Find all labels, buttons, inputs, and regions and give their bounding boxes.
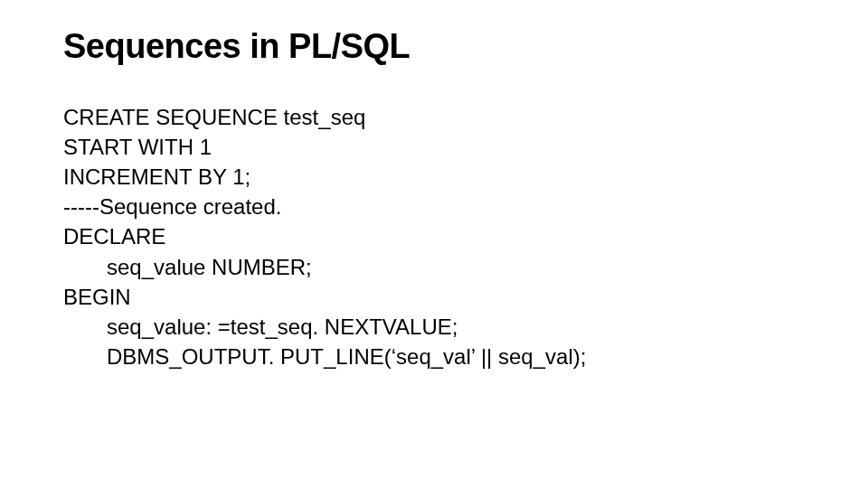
code-line-1: CREATE SEQUENCE test_seq [63, 102, 814, 132]
code-line-6: seq_value NUMBER; [63, 252, 814, 282]
slide-title: Sequences in PL/SQL [63, 27, 814, 66]
code-line-7: BEGIN [63, 282, 814, 312]
code-line-3: INCREMENT BY 1; [63, 162, 814, 192]
code-line-4: -----Sequence created. [63, 192, 814, 221]
code-line-9: DBMS_OUTPUT. PUT_LINE(‘seq_val’ || seq_v… [63, 342, 814, 371]
code-line-5: DECLARE [63, 221, 814, 251]
code-line-8: seq_value: =test_seq. NEXTVALUE; [63, 312, 814, 342]
code-line-2: START WITH 1 [63, 132, 814, 162]
code-block: CREATE SEQUENCE test_seq START WITH 1 IN… [63, 102, 814, 371]
